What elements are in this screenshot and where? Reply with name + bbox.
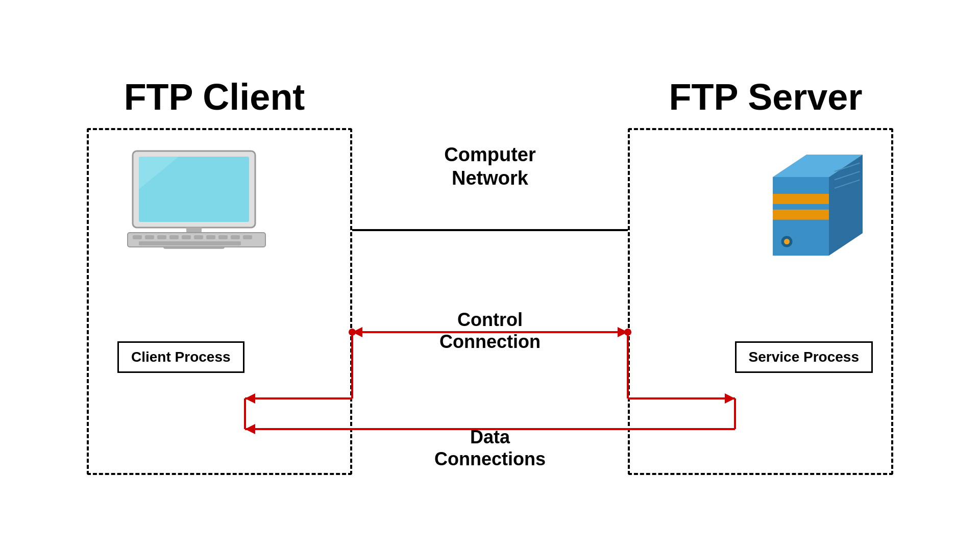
service-process-label: Service Process — [749, 349, 859, 365]
client-process-label: Client Process — [131, 349, 231, 365]
svg-rect-14 — [231, 235, 240, 239]
svg-rect-10 — [182, 235, 191, 239]
ftp-client-title: FTP Client — [82, 76, 347, 118]
server-icon — [750, 143, 863, 256]
svg-rect-7 — [145, 235, 154, 239]
titles-row: FTP Client FTP Server — [41, 76, 939, 118]
client-process-box: Client Process — [117, 341, 244, 373]
svg-rect-11 — [194, 235, 203, 239]
network-label: ComputerNetwork — [444, 143, 535, 190]
diagram-container: FTP Client FTP Server — [41, 46, 939, 505]
svg-rect-6 — [133, 235, 142, 239]
svg-rect-20 — [773, 194, 829, 204]
control-connection-label: ControlConnection — [439, 309, 541, 353]
main-diagram-area: Client Process Service Process ComputerN… — [87, 128, 893, 475]
computer-icon — [117, 148, 281, 251]
svg-marker-31 — [352, 327, 362, 337]
svg-rect-9 — [169, 235, 179, 239]
svg-rect-13 — [218, 235, 228, 239]
svg-marker-32 — [618, 327, 628, 337]
svg-rect-16 — [139, 241, 241, 245]
service-process-box: Service Process — [735, 341, 873, 373]
svg-rect-12 — [206, 235, 215, 239]
svg-rect-8 — [157, 235, 166, 239]
svg-rect-21 — [773, 210, 829, 220]
svg-point-23 — [784, 239, 790, 244]
ftp-server-title: FTP Server — [633, 76, 898, 118]
data-connections-label: DataConnections — [434, 426, 546, 470]
svg-rect-15 — [243, 235, 252, 239]
